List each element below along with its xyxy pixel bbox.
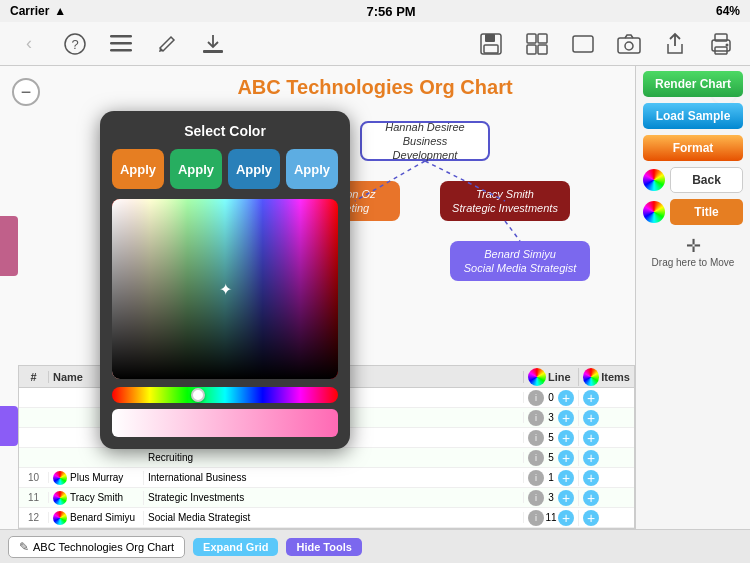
row-color-dot: [53, 511, 67, 525]
color-spectrum[interactable]: ✦: [112, 199, 338, 379]
apply-button-2[interactable]: Apply: [170, 149, 222, 189]
share-button[interactable]: [661, 30, 689, 58]
apply-buttons-row: Apply Apply Apply Apply: [112, 149, 338, 189]
items-header-label: Items: [601, 371, 630, 383]
table-row: 12 Benard Simiyu Social Media Strategist…: [19, 508, 634, 528]
grid-header-items: Items: [579, 368, 634, 386]
back-button-panel[interactable]: Back: [670, 167, 743, 193]
svg-rect-10: [538, 34, 547, 43]
battery-label: 64%: [716, 4, 740, 18]
bottom-bar: ✎ ABC Technologies Org Chart Expand Grid…: [0, 529, 750, 563]
info-button[interactable]: i: [528, 490, 544, 506]
edit-button[interactable]: [153, 30, 181, 58]
add-items-button[interactable]: +: [583, 450, 599, 466]
zoom-minus-button[interactable]: −: [12, 78, 40, 106]
download-button[interactable]: [199, 30, 227, 58]
line-header-icon: [528, 368, 546, 386]
back-color-wheel: [643, 169, 665, 191]
status-bar: Carrier ▲ 7:56 PM 64%: [0, 0, 750, 22]
org-node-tracy[interactable]: Tracy Smith Strategic Investments: [440, 181, 570, 221]
info-button[interactable]: i: [528, 430, 544, 446]
color-preview: [112, 409, 338, 437]
add-items-button[interactable]: +: [583, 390, 599, 406]
info-button[interactable]: i: [528, 410, 544, 426]
svg-point-15: [625, 42, 633, 50]
carrier-label: Carrier: [10, 4, 49, 18]
grid-button[interactable]: [523, 30, 551, 58]
color-picker-dialog: Select Color Apply Apply Apply Apply ✦: [100, 111, 350, 449]
add-button[interactable]: +: [558, 410, 574, 426]
add-button[interactable]: +: [558, 470, 574, 486]
row-name: Benard Simiyu: [49, 511, 144, 525]
row-items: +: [579, 510, 634, 526]
print-button[interactable]: [707, 30, 735, 58]
apply-button-4[interactable]: Apply: [286, 149, 338, 189]
add-button[interactable]: +: [558, 490, 574, 506]
drag-section: ✛ Drag here to Move: [643, 235, 743, 268]
back-row: Back: [643, 167, 743, 193]
hide-tools-button[interactable]: Hide Tools: [286, 538, 361, 556]
apply-button-1[interactable]: Apply: [112, 149, 164, 189]
right-panel: Render Chart Load Sample Format Back Tit…: [635, 66, 750, 563]
list-button[interactable]: [107, 30, 135, 58]
line-count: 3: [548, 412, 554, 423]
info-button[interactable]: i: [528, 390, 544, 406]
row-line: i 0 +: [524, 390, 579, 406]
expand-grid-button[interactable]: Expand Grid: [193, 538, 278, 556]
hue-bar[interactable]: [112, 387, 338, 403]
table-row: 10 Plus Murray International Business i …: [19, 468, 634, 488]
line-count: 5: [548, 452, 554, 463]
wifi-icon: ▲: [54, 4, 66, 18]
svg-rect-2: [110, 35, 132, 38]
row-num: 12: [19, 512, 49, 523]
page-title: ABC Technologies Org Chart: [237, 76, 512, 99]
grid-header-line: Line: [524, 368, 579, 386]
add-items-button[interactable]: +: [583, 410, 599, 426]
info-button[interactable]: i: [528, 470, 544, 486]
status-left: Carrier ▲: [10, 4, 66, 18]
add-items-button[interactable]: +: [583, 490, 599, 506]
add-button[interactable]: +: [558, 450, 574, 466]
line-count: 11: [545, 512, 556, 523]
org-node-hannah[interactable]: Hannah Desiree Business Development: [360, 121, 490, 161]
row-title: Recruiting: [144, 452, 524, 463]
row-title: Social Media Strategist: [144, 512, 524, 523]
toolbar: ‹ ?: [0, 22, 750, 66]
line-count: 5: [548, 432, 554, 443]
row-line: i 1 +: [524, 470, 579, 486]
row-title: International Business: [144, 472, 524, 483]
line-count: 0: [548, 392, 554, 403]
row-line: i 11 +: [524, 510, 579, 526]
org-node-benard[interactable]: Benard Simiyu Social Media Strategist: [450, 241, 590, 281]
apply-button-3[interactable]: Apply: [228, 149, 280, 189]
add-button[interactable]: +: [558, 510, 574, 526]
toolbar-left: ‹ ?: [15, 30, 227, 58]
doc-tab[interactable]: ✎ ABC Technologies Org Chart: [8, 536, 185, 558]
camera-button[interactable]: [615, 30, 643, 58]
title-button[interactable]: Title: [670, 199, 743, 225]
row-line: i 3 +: [524, 490, 579, 506]
format-button[interactable]: Format: [643, 135, 743, 161]
row-items: +: [579, 410, 634, 426]
title-row: Title: [643, 199, 743, 225]
add-button[interactable]: +: [558, 430, 574, 446]
add-items-button[interactable]: +: [583, 510, 599, 526]
add-button[interactable]: +: [558, 390, 574, 406]
info-button[interactable]: i: [528, 450, 544, 466]
render-chart-button[interactable]: Render Chart: [643, 71, 743, 97]
save-button[interactable]: [477, 30, 505, 58]
load-sample-button[interactable]: Load Sample: [643, 103, 743, 129]
status-right: 64%: [716, 4, 740, 18]
row-color-dot: [53, 491, 67, 505]
left-color-bar-2: [0, 406, 18, 446]
info-button[interactable]: i: [528, 510, 544, 526]
back-button[interactable]: ‹: [15, 30, 43, 58]
hannah-title: Business Development: [370, 134, 480, 163]
svg-rect-5: [203, 50, 223, 53]
add-items-button[interactable]: +: [583, 430, 599, 446]
help-button[interactable]: ?: [61, 30, 89, 58]
drag-icon: ✛: [686, 235, 701, 257]
window-button[interactable]: [569, 30, 597, 58]
add-items-button[interactable]: +: [583, 470, 599, 486]
svg-rect-4: [110, 49, 132, 52]
